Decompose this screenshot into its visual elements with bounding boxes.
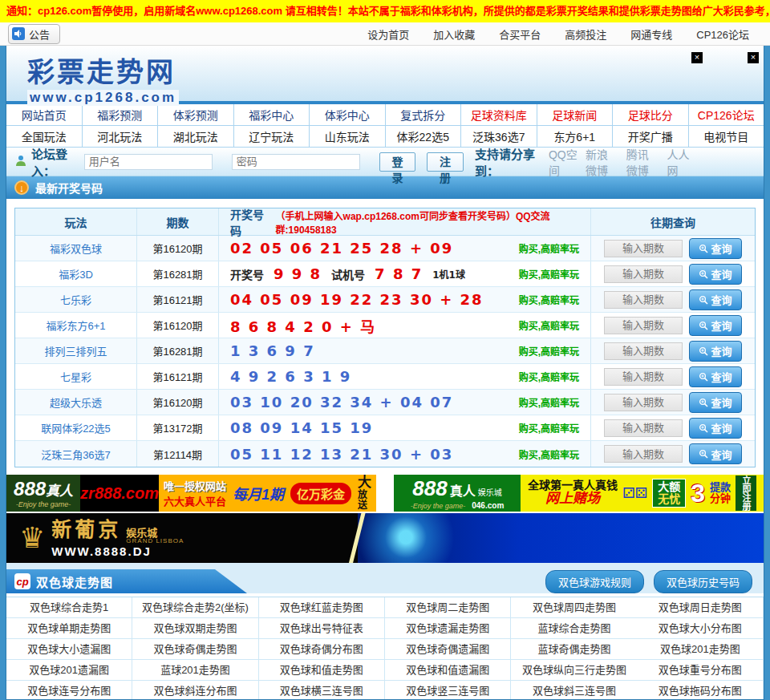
- nav-item[interactable]: 开奖广播: [613, 126, 689, 147]
- game-link[interactable]: 福彩双色球: [50, 241, 102, 256]
- chart-link[interactable]: 双色球奇偶分布图: [259, 639, 385, 660]
- chart-tool-button[interactable]: 双色球游戏规则: [545, 570, 644, 593]
- game-link[interactable]: 超级大乐透: [50, 395, 102, 410]
- chart-link[interactable]: 双色球红蓝走势图: [259, 597, 385, 618]
- chart-link[interactable]: 双色球周四走势图: [511, 597, 637, 618]
- chart-link[interactable]: 双色球周日走势图: [638, 597, 764, 618]
- password-input[interactable]: [232, 154, 360, 170]
- nav-item[interactable]: 电视节目: [689, 126, 764, 147]
- buy-link[interactable]: 购买,高赔率玩: [519, 267, 579, 281]
- chart-link[interactable]: 双色球斜三连号图: [511, 681, 637, 700]
- game-link[interactable]: 福彩3D: [59, 266, 93, 281]
- nav-item[interactable]: CP126论坛: [689, 104, 764, 125]
- issue-input[interactable]: [604, 394, 683, 411]
- nav-item[interactable]: 复式拆分: [386, 104, 462, 125]
- query-button[interactable]: 查询: [689, 341, 742, 362]
- chart-link[interactable]: 双色球和值走势图: [259, 660, 385, 681]
- nav-item[interactable]: 泛珠36选7: [461, 126, 537, 147]
- game-link[interactable]: 联网体彩22选5: [41, 420, 111, 435]
- query-button[interactable]: 查询: [689, 443, 742, 464]
- nav-item[interactable]: 体彩中心: [310, 104, 386, 125]
- game-link[interactable]: 七星彩: [60, 369, 91, 384]
- buy-link[interactable]: 购买,高赔率玩: [519, 344, 579, 358]
- chart-link[interactable]: 双色球遗漏走势图: [385, 618, 511, 639]
- game-link[interactable]: 泛珠三角36选7: [41, 447, 111, 462]
- announce-button[interactable]: 公告: [8, 24, 60, 44]
- chart-link[interactable]: 双色球纵向三行走势图: [511, 660, 637, 681]
- buy-link[interactable]: 购买,高赔率玩: [519, 293, 579, 306]
- share-link[interactable]: 腾讯微博: [626, 146, 659, 178]
- query-button[interactable]: 查询: [689, 392, 742, 413]
- topbar-link[interactable]: CP126论坛: [696, 26, 749, 42]
- nav-item[interactable]: 辽宁玩法: [234, 126, 310, 147]
- issue-input[interactable]: [604, 317, 683, 334]
- buy-link[interactable]: 购买,高赔率玩: [519, 395, 579, 409]
- issue-input[interactable]: [604, 368, 683, 386]
- chart-link[interactable]: 双色球综合走势1: [6, 597, 132, 618]
- chart-link[interactable]: 双色球连号分布图: [6, 681, 132, 700]
- query-button[interactable]: 查询: [689, 238, 742, 259]
- issue-input[interactable]: [604, 265, 683, 283]
- login-button[interactable]: 登录: [379, 152, 416, 172]
- chart-link[interactable]: 双色球斜连分布图: [132, 681, 258, 700]
- nav-item[interactable]: 湖北玩法: [158, 126, 234, 147]
- site-logo[interactable]: 彩票走势网 www.cp1268.com: [27, 51, 179, 106]
- issue-input[interactable]: [604, 419, 683, 437]
- chart-link[interactable]: 双色球周二走势图: [385, 597, 511, 618]
- nav-item[interactable]: 足球比分: [613, 104, 689, 125]
- topbar-link[interactable]: 设为首页: [367, 26, 409, 42]
- chart-link[interactable]: 双色球竖三连号图: [385, 681, 511, 700]
- chart-link[interactable]: 双色球201走势图: [638, 639, 764, 660]
- nav-item[interactable]: 足球新闻: [537, 104, 614, 125]
- chart-link[interactable]: 蓝球奇偶走势图: [511, 639, 637, 660]
- nav-item[interactable]: 东方6+1: [537, 126, 614, 147]
- chart-link[interactable]: 双色球综合走势2(坐标): [132, 597, 258, 618]
- chart-link[interactable]: 双色球拖码分布图: [638, 681, 764, 700]
- share-link[interactable]: 人人网: [667, 146, 691, 178]
- close-icon[interactable]: ×: [748, 52, 759, 63]
- topbar-link[interactable]: 网通专线: [630, 26, 672, 42]
- chart-link[interactable]: 双色球201遗漏图: [6, 660, 132, 681]
- issue-input[interactable]: [604, 240, 683, 257]
- game-link[interactable]: 排列三排列五: [44, 343, 107, 358]
- chart-link[interactable]: 双色球横三连号图: [259, 681, 385, 700]
- nav-item[interactable]: 河北玩法: [83, 126, 159, 147]
- ad-banner-046[interactable]: 888 真人 娱乐城 -Enjoy the game- 046.com 全球第一…: [394, 475, 764, 512]
- chart-link[interactable]: 双色球单期走势图: [6, 618, 132, 639]
- chart-link[interactable]: 双色球双期走势图: [132, 618, 258, 639]
- close-icon[interactable]: ×: [691, 52, 703, 63]
- chart-link[interactable]: 双色球重号分布图: [638, 660, 764, 681]
- game-link[interactable]: 福彩东方6+1: [46, 318, 105, 333]
- issue-input[interactable]: [604, 445, 683, 463]
- chart-link[interactable]: 双色球和值遗漏图: [385, 660, 511, 681]
- username-input[interactable]: [84, 154, 213, 170]
- query-button[interactable]: 查询: [689, 264, 742, 285]
- a046-register-button[interactable]: 立即注册: [736, 475, 756, 511]
- buy-link[interactable]: 购买,高赔率玩: [519, 447, 579, 461]
- register-button[interactable]: 注册: [427, 152, 464, 172]
- query-button[interactable]: 查询: [689, 315, 742, 336]
- chart-link[interactable]: 双色球奇偶遗漏图: [385, 639, 511, 660]
- buy-link[interactable]: 购买,高赔率玩: [519, 318, 579, 332]
- chart-link[interactable]: 双色球奇偶走势图: [132, 639, 258, 660]
- topbar-link[interactable]: 合买平台: [499, 26, 541, 42]
- issue-input[interactable]: [604, 342, 683, 360]
- buy-link[interactable]: 购买,高赔率玩: [519, 241, 579, 255]
- chart-link[interactable]: 双色球出号特征表: [259, 618, 385, 639]
- ad-banner-grandlisboa[interactable]: ♛ 新葡京 娱乐城 GRAND LISBOA WWW.8888.DJ: [6, 513, 764, 563]
- chart-tool-button[interactable]: 双色球历史号码: [654, 570, 752, 593]
- query-button[interactable]: 查询: [689, 418, 742, 439]
- nav-item[interactable]: 福彩中心: [234, 104, 310, 125]
- chart-link[interactable]: 蓝球201走势图: [132, 660, 258, 681]
- issue-input[interactable]: [604, 291, 683, 309]
- buy-link[interactable]: 购买,高赔率玩: [519, 421, 579, 435]
- nav-item[interactable]: 福彩预测: [83, 104, 159, 125]
- game-link[interactable]: 七乐彩: [60, 292, 91, 307]
- nav-item[interactable]: 网站首页: [6, 104, 83, 125]
- nav-item[interactable]: 足球资料库: [461, 104, 537, 125]
- share-link[interactable]: 新浪微博: [586, 146, 618, 178]
- nav-item[interactable]: 体彩22选5: [386, 126, 462, 147]
- chart-link[interactable]: 蓝球综合走势图: [511, 618, 637, 639]
- buy-link[interactable]: 购买,高赔率玩: [519, 370, 579, 383]
- topbar-link[interactable]: 加入收藏: [433, 26, 475, 42]
